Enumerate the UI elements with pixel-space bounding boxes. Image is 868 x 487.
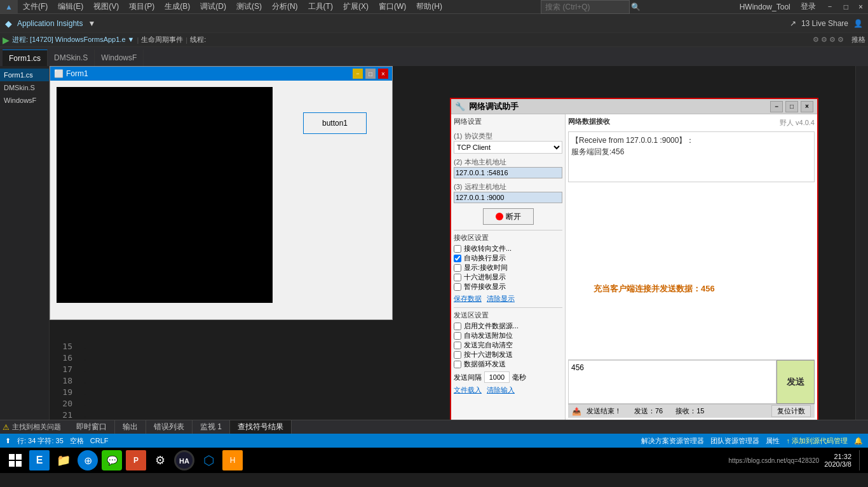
protocol-select[interactable]: TCP Client: [454, 141, 562, 154]
status-space: 空格: [70, 436, 84, 446]
form1-icon: ⬜: [54, 69, 64, 78]
app-insights-label[interactable]: Application Insights: [17, 19, 83, 28]
app-insights-dropdown[interactable]: ▼: [88, 19, 95, 28]
clear-send-link[interactable]: 清除输入: [487, 385, 515, 395]
taskbar-apps-icon[interactable]: ⚙: [150, 450, 170, 470]
disconnect-button[interactable]: 断开: [483, 208, 534, 225]
event-label[interactable]: 生命周期事件: [141, 35, 183, 44]
send-opt-2[interactable]: 发送完自动清空: [454, 340, 562, 350]
live-share-label[interactable]: 13 Live Share: [801, 19, 848, 28]
net-debugger-title[interactable]: 🔧 网络调试助手 － □ ×: [451, 99, 817, 114]
menu-item-help[interactable]: 帮助(H): [411, 0, 447, 13]
reset-count-btn[interactable]: 复位计数: [771, 405, 811, 417]
clear-display-link[interactable]: 清除显示: [487, 294, 515, 304]
windows-start-btn[interactable]: [5, 450, 25, 470]
taskbar-ppt-icon[interactable]: P: [126, 450, 146, 470]
net-restore-btn[interactable]: □: [785, 101, 798, 112]
send-interval-label: 发送间隔: [454, 373, 482, 382]
menu-item-extensions[interactable]: 扩展(X): [338, 0, 374, 13]
taskbar-edge-icon[interactable]: E: [29, 450, 50, 470]
menu-item-edit[interactable]: 编辑(E): [53, 0, 88, 13]
form1-title: Form1: [66, 69, 88, 78]
send-opt-3[interactable]: 按十六进制发送: [454, 350, 562, 359]
save-data-link[interactable]: 保存数据: [454, 294, 482, 304]
send-interval-input[interactable]: [484, 371, 510, 383]
show-desktop-btn[interactable]: [859, 450, 863, 470]
form1-minimize-btn[interactable]: －: [353, 69, 363, 79]
menu-item-tools[interactable]: 工具(T): [303, 0, 338, 13]
notif-icon[interactable]: 🔔: [854, 437, 863, 445]
bottom-tabs: ⚠ 主找到相关问题 即时窗口 输出 错误列表 监视 1 查找符号结果: [0, 420, 868, 434]
taskbar-wechat-icon[interactable]: 💬: [102, 450, 122, 470]
form1-button1[interactable]: button1: [303, 112, 367, 134]
net-send-input[interactable]: 456: [568, 360, 776, 404]
tab-immediate[interactable]: 即时窗口: [69, 420, 115, 434]
send-opt-4[interactable]: 数据循环发送: [454, 359, 562, 369]
minimize-button[interactable]: －: [821, 1, 839, 12]
tab-watch[interactable]: 监视 1: [193, 420, 230, 434]
send-opt-0[interactable]: 启用文件数据源...: [454, 321, 562, 331]
menu-item-debug[interactable]: 调试(D): [195, 0, 231, 13]
push-label[interactable]: 推格: [851, 35, 865, 44]
local-addr-input[interactable]: [454, 167, 562, 178]
thread-label[interactable]: 线程:: [190, 35, 206, 44]
remote-addr-input[interactable]: [454, 192, 562, 203]
net-send-button[interactable]: 发送: [776, 360, 815, 404]
file-load-link[interactable]: 文件载入: [454, 385, 482, 395]
form1-maximize-btn[interactable]: □: [365, 69, 376, 79]
svg-text:HA: HA: [179, 457, 189, 465]
form1-window: ⬜ Form1 － □ × button1: [50, 66, 393, 320]
menu-item-window[interactable]: 窗口(W): [374, 0, 411, 13]
process-bar: ▶ 进程: [14720] WindowsFormsApp1.e ▼ | 生命周…: [0, 33, 868, 47]
menu-item-view[interactable]: 视图(V): [88, 0, 124, 13]
menu-item-build[interactable]: 生成(B): [159, 0, 195, 13]
left-sidebar: Form1.cs DMSkin.S WindowsF: [0, 66, 50, 420]
process-label[interactable]: 进程: [14720] WindowsFormsApp1.e ▼: [12, 35, 134, 44]
recv-opt-2[interactable]: 显示:接收时间: [454, 263, 562, 272]
tab-errors[interactable]: 错误列表: [146, 420, 193, 434]
live-share-person-icon: 👤: [853, 19, 863, 28]
recv-opt-1[interactable]: 自动换行显示: [454, 253, 562, 263]
warning-label[interactable]: 主找到相关问题: [12, 422, 61, 432]
taskbar-folder-icon[interactable]: 📁: [53, 450, 74, 470]
tab-output[interactable]: 输出: [115, 420, 146, 434]
close-button[interactable]: ×: [853, 3, 868, 11]
form1-titlebar[interactable]: ⬜ Form1 － □ ×: [50, 67, 392, 81]
menu-item-file[interactable]: 文件(F): [18, 0, 53, 13]
tab-dmsk[interactable]: DMSkin.S: [48, 50, 95, 66]
sidebar-item-dmsk[interactable]: DMSkin.S: [0, 81, 49, 94]
taskbar-orange-icon[interactable]: H: [222, 450, 243, 470]
recv-opt-4[interactable]: 暂停接收显示: [454, 282, 562, 291]
git-changes-btn[interactable]: ↑ 添加到源代码管理: [786, 436, 848, 446]
debug-play-icon[interactable]: ▶: [3, 35, 10, 45]
menu-item-project[interactable]: 项目(P): [124, 0, 159, 13]
sidebar-item-form1[interactable]: Form1.cs: [0, 69, 49, 81]
receive-settings-title: 接收区设置: [454, 233, 562, 243]
tab-findsymbol[interactable]: 查找符号结果: [230, 420, 292, 434]
taskbar-vscode-icon[interactable]: ⬡: [198, 450, 219, 470]
net-minimize-btn[interactable]: －: [770, 101, 783, 112]
taskbar-store-icon[interactable]: ⊕: [78, 450, 98, 470]
menu-item-test[interactable]: 测试(S): [231, 0, 267, 13]
search-input[interactable]: [541, 0, 630, 14]
tab-winf[interactable]: WindowsF: [95, 50, 144, 66]
form1-close-btn[interactable]: ×: [378, 69, 388, 79]
recv-opt-0[interactable]: 接收转向文件...: [454, 244, 562, 253]
login-button[interactable]: 登录: [796, 1, 821, 12]
tab-form1[interactable]: Form1.cs: [3, 50, 48, 66]
editor-area: ⬜ Form1 － □ × button1: [50, 66, 855, 420]
properties-btn[interactable]: 属性: [766, 436, 780, 446]
maximize-button[interactable]: □: [839, 3, 853, 11]
taskbar-logo-icon[interactable]: HA: [174, 450, 194, 470]
net-debug-title-text: 网络调试助手: [469, 101, 519, 112]
sidebar-item-winf[interactable]: WindowsF: [0, 94, 49, 107]
send-opt-1[interactable]: 自动发送附加位: [454, 331, 562, 340]
team-explorer-btn[interactable]: 团队资源管理器: [710, 436, 759, 446]
line-num: 16: [50, 353, 72, 364]
net-close-btn[interactable]: ×: [801, 101, 813, 112]
search-icon[interactable]: 🔍: [631, 3, 641, 11]
menu-item-file[interactable]: ▲: [0, 0, 18, 13]
menu-item-analyze[interactable]: 分析(N): [267, 0, 303, 13]
recv-opt-3[interactable]: 十六进制显示: [454, 272, 562, 282]
solution-explorer-btn[interactable]: 解决方案资源管理器: [641, 436, 704, 446]
